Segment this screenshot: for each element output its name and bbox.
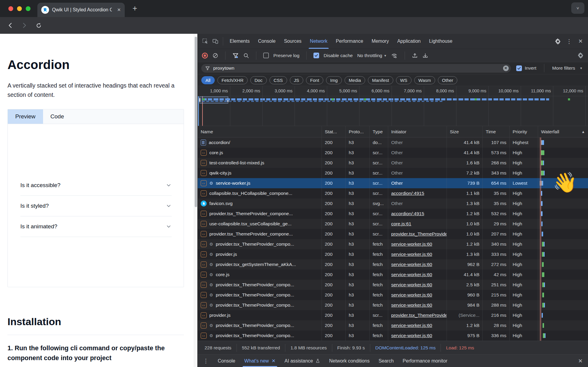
filter-chip-doc[interactable]: Doc <box>250 76 267 84</box>
window-minimize-button[interactable] <box>17 6 22 11</box>
initiator-link[interactable]: core.js:61 <box>391 221 411 227</box>
window-close-button[interactable] <box>8 6 13 11</box>
initiator-link[interactable]: provider.tsx_ThemeProvider <box>391 231 447 237</box>
request-row[interactable]: ‹›⚙provider.tsx_ThemeProvider_compo...20… <box>198 239 588 249</box>
request-row[interactable]: ‹›⚙provider.tsx_ThemeProvider_compo...20… <box>198 280 588 290</box>
initiator-link[interactable]: service-worker.js:60 <box>391 302 432 308</box>
filter-chip-wasm[interactable]: Wasm <box>414 76 435 84</box>
devtools-tab-network[interactable]: Network <box>306 34 332 49</box>
column-header-time[interactable]: Time <box>483 126 510 137</box>
filter-chip-all[interactable]: All <box>201 76 215 84</box>
back-button[interactable] <box>7 22 14 29</box>
demo-tab-code[interactable]: Code <box>43 109 71 124</box>
column-header-type[interactable]: Type <box>370 126 388 137</box>
initiator-link[interactable]: provider.tsx_ThemeProvider <box>391 313 447 318</box>
column-header-stat[interactable]: Stat... <box>322 126 346 137</box>
initiator-link[interactable]: service-worker.js:60 <box>391 272 432 277</box>
network-conditions-icon[interactable] <box>391 52 398 59</box>
column-header-priority[interactable]: Priority <box>510 126 538 137</box>
accordion-item[interactable]: Is it animated? <box>20 216 172 237</box>
column-header-proto[interactable]: Proto... <box>346 126 370 137</box>
column-header-name[interactable]: Name <box>198 126 322 137</box>
request-row[interactable]: ‹›⚙service-worker.js200h3scr...Other739 … <box>198 178 588 188</box>
initiator-link[interactable]: service-worker.js:60 <box>391 333 432 338</box>
initiator-link[interactable]: accordion/:4915 <box>391 211 424 216</box>
devtools-tab-application[interactable]: Application <box>393 34 425 49</box>
initiator-link[interactable]: service-worker.js:60 <box>391 252 432 257</box>
network-search-icon[interactable] <box>243 53 249 59</box>
initiator-link[interactable]: service-worker.js:60 <box>391 323 432 328</box>
browser-tab[interactable]: Qwik UI | Styled Accordion Co ✕ <box>37 3 125 17</box>
request-row[interactable]: ‹›use-collapsible.tsx_useCollapsible_ge.… <box>198 219 588 229</box>
settings-gear-icon[interactable] <box>553 36 563 46</box>
filter-chip-fetchxhr[interactable]: Fetch/XHR <box>217 76 248 84</box>
import-har-icon[interactable] <box>412 53 418 59</box>
tab-search-button[interactable]: ˅ <box>571 2 584 14</box>
filter-chip-css[interactable]: CSS <box>269 76 287 84</box>
disable-cache-checkbox[interactable] <box>313 53 319 58</box>
request-row[interactable]: ‹›core.js200h3scr...Other41.4 kB573 msHi… <box>198 148 588 158</box>
drawer-menu-icon[interactable]: ⋮ <box>203 357 209 364</box>
request-row[interactable]: ‹›test-controlled-list-mixed.js200h3scr.… <box>198 158 588 168</box>
devtools-tab-lighthouse[interactable]: Lighthouse <box>425 34 456 49</box>
filter-chip-font[interactable]: Font <box>306 76 323 84</box>
column-header-initiator[interactable]: Initiator <box>388 126 447 137</box>
drawer-close-icon[interactable]: ✕ <box>578 358 583 364</box>
devtools-close-icon[interactable]: ✕ <box>575 36 586 46</box>
request-row[interactable]: ‹›provider.tsx_ThemeProvider_compone...2… <box>198 229 588 239</box>
filter-chip-other[interactable]: Other <box>438 76 458 84</box>
request-row[interactable]: ‹›qwik-city.js200h3scr...Other7.2 kB343 … <box>198 168 588 178</box>
inspect-element-icon[interactable] <box>200 36 210 46</box>
filter-chip-ws[interactable]: WS <box>396 76 412 84</box>
request-row[interactable]: accordion/200h3do...Other41.4 kB107 msHi… <box>198 137 588 148</box>
devtools-tab-console[interactable]: Console <box>254 34 280 49</box>
throttling-dropdown[interactable]: No throttling ▾ <box>357 53 386 58</box>
initiator-link[interactable]: service-worker.js:60 <box>391 262 432 267</box>
request-row[interactable]: ‹›provider.tsx_ThemeProvider_compone...2… <box>198 209 588 219</box>
devtools-tab-elements[interactable]: Elements <box>226 34 254 49</box>
page-scrollbar[interactable] <box>194 34 197 367</box>
tab-close-icon[interactable]: ✕ <box>117 7 121 13</box>
filter-chip-media[interactable]: Media <box>345 76 365 84</box>
invert-checkbox[interactable] <box>516 65 522 71</box>
request-row[interactable]: ‹›⚙provider.tsx_ThemeProvider_compo...20… <box>198 331 588 341</box>
devtools-tab-sources[interactable]: Sources <box>280 34 306 49</box>
clear-button[interactable] <box>212 53 218 59</box>
request-row[interactable]: favicon.svg200h3svg...Other1.3 kB35 msHi… <box>198 198 588 209</box>
initiator-link[interactable]: service-worker.js:60 <box>391 282 432 288</box>
filter-chip-js[interactable]: JS <box>290 76 304 84</box>
drawer-tab-network-conditions[interactable]: Network conditions <box>329 355 369 367</box>
drawer-tab-performance-monitor[interactable]: Performance monitor <box>403 355 447 367</box>
filter-chip-manifest[interactable]: Manifest <box>368 76 393 84</box>
page-scrollbar-thumb[interactable] <box>195 37 197 207</box>
initiator-link[interactable]: service-worker.js:60 <box>391 241 432 247</box>
drawer-tab-close-icon[interactable]: ✕ <box>272 358 275 364</box>
clear-filter-icon[interactable]: ✕ <box>503 65 509 71</box>
initiator-link[interactable]: service-worker.js:60 <box>391 292 432 298</box>
devtools-tab-memory[interactable]: Memory <box>367 34 393 49</box>
new-tab-button[interactable]: + <box>132 4 137 13</box>
drawer-tab-what-s-new[interactable]: What's new✕ <box>244 355 276 367</box>
request-row[interactable]: ‹›⚙provider.js200h3fetchservice-worker.j… <box>198 249 588 259</box>
drawer-tab-console[interactable]: Console <box>218 355 235 367</box>
request-row[interactable]: ‹›⚙provider.tsx_ThemeProvider_compo...20… <box>198 290 588 300</box>
more-filters-dropdown[interactable]: More filters ▾ <box>552 65 582 71</box>
drawer-tab-search[interactable]: Search <box>379 355 394 367</box>
device-toolbar-icon[interactable] <box>210 36 220 46</box>
network-settings-gear-icon[interactable] <box>578 52 584 59</box>
demo-tab-preview[interactable]: Preview <box>8 109 43 124</box>
request-row[interactable]: ‹›collapsible.tsx_HCollapsible_compone..… <box>198 188 588 198</box>
request-row[interactable]: ‹›⚙provider.tsx_ThemeProvider_compo...20… <box>198 300 588 310</box>
record-button[interactable] <box>202 53 208 59</box>
reload-button[interactable] <box>35 22 42 29</box>
invert-filter[interactable]: Invert <box>516 65 537 71</box>
network-overview-timeline[interactable]: 1,000 ms2,000 ms3,000 ms4,000 ms5,000 ms… <box>198 86 588 126</box>
devtools-tab-performance[interactable]: Performance <box>332 34 368 49</box>
forward-button[interactable] <box>20 22 28 29</box>
accordion-item[interactable]: Is it styled? <box>20 196 172 216</box>
initiator-link[interactable]: accordion/:4915 <box>391 191 424 196</box>
filter-chip-img[interactable]: Img <box>326 76 342 84</box>
devtools-menu-icon[interactable]: ⋮ <box>564 36 574 46</box>
request-row[interactable]: ‹›⚙provider.tsx_ThemeProvider_compo...20… <box>198 320 588 331</box>
preserve-log-checkbox[interactable] <box>263 53 269 58</box>
